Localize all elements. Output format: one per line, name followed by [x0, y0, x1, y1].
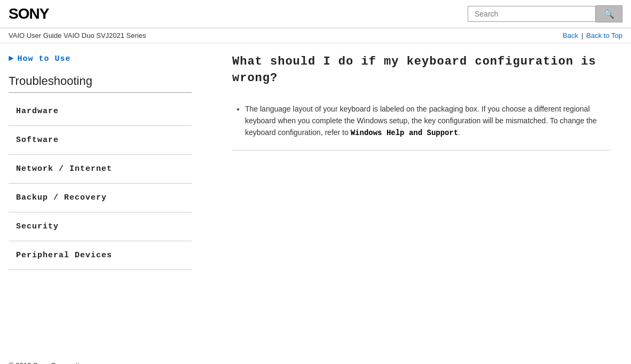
- breadcrumb-bar: VAIO User Guide VAIO Duo SVJ2021 Series …: [0, 28, 631, 43]
- sidebar: ► How to Use Troubleshooting Hardware So…: [0, 43, 200, 353]
- bold-text: Windows Help and Support: [351, 129, 459, 137]
- content-body: The language layout of your keyboard is …: [232, 103, 610, 151]
- how-to-use-link[interactable]: ► How to Use: [9, 54, 192, 64]
- search-input[interactable]: [468, 6, 596, 22]
- troubleshooting-heading: Troubleshooting: [9, 74, 192, 93]
- sidebar-item-network-internet[interactable]: Network / Internet: [9, 155, 192, 184]
- sidebar-item-security[interactable]: Security: [9, 212, 192, 241]
- main-layout: ► How to Use Troubleshooting Hardware So…: [0, 43, 631, 353]
- search-area: 🔍: [468, 5, 622, 22]
- back-link[interactable]: Back: [563, 31, 578, 39]
- sidebar-item-hardware[interactable]: Hardware: [9, 97, 192, 126]
- sidebar-item-software[interactable]: Software: [9, 126, 192, 155]
- sidebar-item-backup-recovery[interactable]: Backup / Recovery: [9, 184, 192, 212]
- header: SONY 🔍: [0, 0, 631, 28]
- sony-logo: SONY: [9, 5, 49, 22]
- search-button[interactable]: 🔍: [596, 5, 622, 22]
- bullet-end: .: [458, 128, 460, 137]
- breadcrumb-links: Back | Back to Top: [563, 31, 622, 39]
- content-divider: [232, 150, 610, 151]
- guide-title: VAIO User Guide VAIO Duo SVJ2021 Series: [9, 31, 146, 39]
- footer: © 2012 Sony Corporation: [0, 353, 631, 364]
- back-to-top-link[interactable]: Back to Top: [586, 31, 622, 39]
- breadcrumb-separator: |: [581, 31, 583, 39]
- content-title: What should I do if my keyboard configur…: [232, 54, 610, 87]
- arrow-icon: ►: [9, 54, 14, 64]
- how-to-use-label: How to Use: [18, 54, 71, 64]
- content-bullet: The language layout of your keyboard is …: [245, 103, 610, 139]
- search-icon: 🔍: [604, 9, 614, 19]
- content-area: What should I do if my keyboard configur…: [200, 43, 631, 353]
- sidebar-item-peripheral-devices[interactable]: Peripheral Devices: [9, 241, 192, 270]
- copyright-text: © 2012 Sony Corporation: [9, 361, 87, 364]
